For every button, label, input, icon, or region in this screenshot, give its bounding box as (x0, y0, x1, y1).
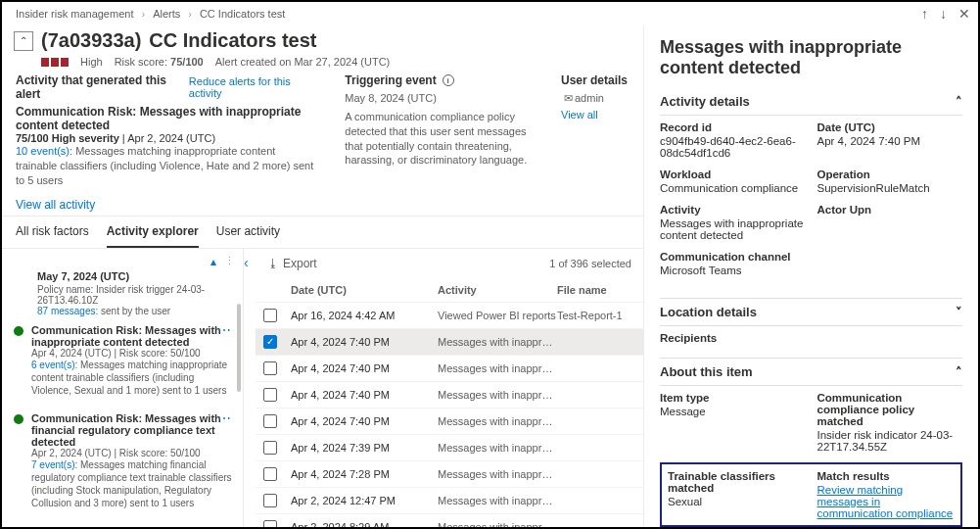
item-more-icon[interactable]: ⋯ (217, 322, 233, 338)
row-checkbox[interactable] (263, 467, 277, 481)
policy-value: Insider risk indicator 24-03-22T17.34.55… (817, 429, 963, 453)
group-date: May 7, 2024 (UTC) (37, 270, 239, 282)
tab-user-activity[interactable]: User activity (216, 216, 280, 248)
table-row[interactable]: Apr 4, 2024 7:40 PMMessages with inappro… (256, 409, 643, 435)
operation-value: SupervisionRuleMatch (817, 182, 963, 194)
date-value: Apr 4, 2024 7:40 PM (817, 135, 963, 147)
mail-icon: ✉ (561, 91, 575, 106)
col-file[interactable]: File name (557, 284, 635, 296)
table-row[interactable]: Apr 4, 2024 7:40 PMMessages with inappro… (256, 356, 643, 382)
section-location-details[interactable]: Location details˅ (660, 298, 962, 326)
table-row[interactable]: Apr 4, 2024 7:39 PMMessages with inappro… (256, 435, 643, 461)
group-rest: sent by the user (101, 306, 170, 316)
cell-activity: Messages with inappropriate content … (438, 389, 557, 401)
col-date[interactable]: Date (UTC) (291, 284, 438, 296)
breadcrumb-current: CC Indicators test (200, 8, 285, 20)
selection-count: 1 of 396 selected (549, 258, 631, 269)
messages-link[interactable]: 87 messages: (37, 306, 98, 316)
timeline-item[interactable]: Communication Risk: Messages with inappr… (14, 517, 239, 527)
timeline-item[interactable]: Communication Risk: Messages with inappr… (14, 316, 239, 405)
record-id: c904fb49-d640-4ec2-6ea6-08dc54df1cd6 (660, 135, 806, 159)
view-all-user-link[interactable]: View all (561, 109, 598, 120)
cell-date: Apr 4, 2024 7:40 PM (291, 389, 438, 401)
section-about-item[interactable]: About this item˄ (660, 358, 962, 386)
export-button[interactable]: ⭳Export (267, 257, 317, 270)
chevron-up-icon: ˄ (956, 94, 962, 109)
info-icon[interactable]: i (443, 74, 454, 86)
user-email: admin (575, 92, 604, 104)
row-checkbox[interactable] (263, 388, 277, 402)
table-row[interactable]: ✓Apr 4, 2024 7:40 PMMessages with inappr… (256, 329, 643, 356)
match-results-label: Match results (817, 470, 956, 482)
timeline-item[interactable]: Communication Risk: Messages with financ… (14, 405, 239, 517)
tab-activity-explorer[interactable]: Activity explorer (107, 216, 199, 248)
cc-label: Communication channel (660, 251, 806, 263)
more-icon[interactable]: ⋮ (224, 255, 235, 268)
row-checkbox[interactable] (263, 309, 277, 322)
events-link[interactable]: 6 event(s): (31, 360, 77, 370)
row-checkbox[interactable] (263, 494, 277, 507)
trigger-date: May 8, 2024 (UTC) (345, 91, 534, 106)
table-header: Date (UTC) Activity File name (256, 278, 643, 303)
cell-activity: Messages with inappropriate images … (438, 521, 557, 527)
breadcrumb-alerts[interactable]: Alerts (153, 8, 180, 20)
events-link[interactable]: 7 event(s): (31, 459, 77, 470)
chevron-up-icon: ˄ (956, 364, 962, 379)
chevron-down-icon: ˅ (956, 305, 962, 319)
table-row[interactable]: Apr 2, 2024 8:29 AMMessages with inappro… (256, 514, 643, 527)
cell-date: Apr 2, 2024 12:47 PM (291, 495, 438, 506)
cell-date: Apr 4, 2024 7:40 PM (291, 336, 438, 348)
row-checkbox[interactable] (263, 441, 277, 455)
row-checkbox[interactable] (263, 520, 277, 527)
row-checkbox[interactable] (263, 414, 277, 428)
item-more-icon[interactable]: ⋯ (217, 523, 233, 527)
item-title: Communication Risk: Messages with inappr… (31, 525, 233, 527)
table-row[interactable]: Apr 16, 2024 4:42 AMViewed Power BI repo… (256, 303, 643, 329)
table-row[interactable]: Apr 2, 2024 12:47 PMMessages with inappr… (256, 488, 643, 514)
activity-table: Date (UTC) Activity File name Apr 16, 20… (256, 278, 643, 527)
collapse-timeline-icon[interactable]: ‹ (244, 255, 249, 270)
collapse-button[interactable]: ⌃ (14, 31, 33, 51)
col-activity[interactable]: Activity (438, 284, 557, 296)
trigger-desc: A communication compliance policy detect… (345, 110, 534, 168)
tab-all-risk-factors[interactable]: All risk factors (16, 216, 89, 248)
comm-risk-date: Apr 2, 2024 (UTC) (127, 132, 215, 144)
cell-date: Apr 16, 2024 4:42 AM (291, 310, 438, 321)
events-link[interactable]: 10 event(s): (16, 145, 72, 157)
panel-down-icon[interactable]: ↓ (940, 6, 947, 22)
cell-activity: Messages with inappropriate content … (438, 415, 557, 427)
cell-activity: Messages with inappropriate content … (438, 468, 557, 480)
review-messages-link[interactable]: Review matching messages in communicatio… (817, 484, 954, 519)
view-all-activity-link[interactable]: View all activity (16, 198, 95, 212)
cc-value: Microsoft Teams (660, 264, 806, 276)
operation-label: Operation (817, 168, 963, 180)
page-title: CC Indicators test (149, 29, 316, 52)
panel-close-icon[interactable]: ✕ (958, 6, 970, 22)
chevron-right-icon: › (141, 8, 145, 20)
section-activity-details[interactable]: Activity details˄ (660, 88, 962, 116)
breadcrumb-root[interactable]: Insider risk management (16, 8, 133, 20)
chevron-right-icon: › (188, 8, 192, 20)
table-row[interactable]: Apr 4, 2024 7:40 PMMessages with inappro… (256, 382, 643, 409)
item-more-icon[interactable]: ⋯ (217, 410, 233, 426)
table-row[interactable]: Apr 4, 2024 7:28 PMMessages with inappro… (256, 461, 643, 488)
item-title: Communication Risk: Messages with inappr… (31, 324, 233, 348)
recipients-label: Recipients (660, 332, 962, 344)
reduce-alerts-link[interactable]: Reduce alerts for this activity (189, 75, 317, 99)
cell-date: Apr 4, 2024 7:40 PM (291, 362, 438, 374)
cell-date: Apr 4, 2024 7:40 PM (291, 415, 438, 427)
panel-up-icon[interactable]: ↑ (921, 6, 928, 22)
user-details-header: User details (561, 73, 630, 87)
comm-risk-title: Communication Risk: Messages with inappr… (16, 105, 317, 132)
policy-label: Communication compliance policy matched (817, 392, 963, 427)
row-checkbox[interactable]: ✓ (263, 335, 277, 349)
sort-up-icon[interactable]: ▴ (210, 255, 216, 268)
chevron-up-icon: ⌃ (20, 35, 27, 46)
cell-activity: Messages with inappropriate content … (438, 362, 557, 374)
scrollbar[interactable] (237, 304, 241, 392)
alert-id: (7a03933a) (41, 29, 141, 52)
activity-timeline[interactable]: ▴⋮ May 7, 2024 (UTC) Policy name: Inside… (2, 249, 244, 527)
cell-activity: Messages with inappropriate content … (438, 442, 557, 454)
severity-text: High (80, 56, 103, 68)
row-checkbox[interactable] (263, 361, 277, 375)
